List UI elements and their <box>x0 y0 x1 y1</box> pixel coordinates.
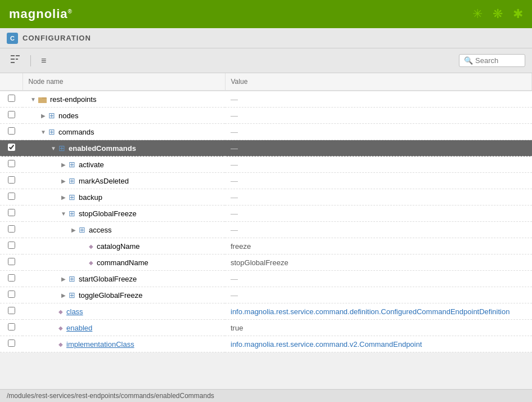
row-checkbox[interactable] <box>8 291 15 298</box>
row-checkbox[interactable] <box>8 176 15 184</box>
value-dash: — <box>231 144 238 153</box>
node-name-cell: ▶⊞activate <box>22 157 225 173</box>
search-icon: 🔍 <box>464 56 473 65</box>
node-name-cell: ▶⊞startGlobalFreeze <box>22 271 225 287</box>
node-name-label: backup <box>79 193 102 202</box>
row-checkbox[interactable] <box>8 95 15 102</box>
node-name-cell: ◆enabled <box>22 320 225 336</box>
svg-rect-4 <box>16 59 18 60</box>
diamond-icon[interactable]: ❋ <box>493 7 503 21</box>
node-value-cell: — <box>225 173 532 189</box>
svg-rect-7 <box>38 99 47 103</box>
row-checkbox-cell <box>0 287 22 303</box>
node-name-label[interactable]: class <box>66 307 83 316</box>
node-table: Node name Value ▼ rest-endpoints—▶⊞nodes… <box>0 73 532 352</box>
status-path: /modules/rest-services/rest-endpoints/co… <box>7 392 214 400</box>
menu-button[interactable]: ≡ <box>38 53 49 68</box>
row-checkbox[interactable] <box>8 160 15 167</box>
row-toggle[interactable]: ▶ <box>60 292 67 298</box>
row-checkbox[interactable] <box>8 323 15 330</box>
node-value-cell: — <box>225 287 532 303</box>
grid-icon: ⊞ <box>48 111 55 120</box>
table-row: ▶⊞backup— <box>0 189 532 206</box>
table-row: ▶⊞access— <box>0 222 532 238</box>
row-toggle[interactable]: ▶ <box>60 276 67 282</box>
value-dash: — <box>231 193 238 202</box>
row-checkbox[interactable] <box>8 111 15 118</box>
row-checkbox[interactable] <box>8 225 15 233</box>
grid-icon: ⊞ <box>69 193 75 202</box>
node-name-label: activate <box>79 160 104 169</box>
value-link[interactable]: info.magnolia.rest.service.command.defin… <box>231 307 510 316</box>
tree-view-button[interactable] <box>7 52 24 69</box>
node-name-label: enabledCommands <box>69 144 136 153</box>
node-name-label: nodes <box>58 111 78 120</box>
row-checkbox[interactable] <box>8 193 15 200</box>
table-row: ▶⊞nodes— <box>0 108 532 124</box>
row-checkbox[interactable] <box>8 127 15 135</box>
svg-rect-0 <box>11 55 15 56</box>
row-toggle[interactable]: ▶ <box>70 227 77 233</box>
row-checkbox-cell <box>0 173 22 189</box>
cross-icon[interactable]: ✳ <box>472 7 483 21</box>
value-dash: — <box>231 291 238 300</box>
row-toggle[interactable]: ▶ <box>60 178 67 184</box>
value-text: stopGlobalFreeze <box>231 258 288 267</box>
asterisk-icon[interactable]: ✱ <box>513 7 523 21</box>
row-checkbox[interactable] <box>8 340 15 347</box>
row-checkbox[interactable] <box>8 209 15 216</box>
node-name-cell: ◆implementationClass <box>22 336 225 352</box>
node-name-label: stopGlobalFreeze <box>79 209 137 218</box>
value-link[interactable]: info.magnolia.rest.service.command.v2.Co… <box>231 340 422 349</box>
node-value-cell: info.magnolia.rest.service.command.defin… <box>225 303 532 320</box>
value-dash: — <box>231 111 238 120</box>
config-icon: C <box>7 33 18 44</box>
row-checkbox[interactable] <box>8 144 15 151</box>
row-checkbox-cell <box>0 254 22 271</box>
row-toggle[interactable]: ▶ <box>60 162 67 168</box>
row-toggle[interactable]: ▶ <box>40 113 47 119</box>
table-row: ▶⊞toggleGlobalFreeze— <box>0 287 532 303</box>
row-toggle[interactable]: ▼ <box>50 145 57 151</box>
svg-rect-2 <box>11 62 15 63</box>
row-checkbox[interactable] <box>8 258 15 265</box>
topbar-icons: ✳ ❋ ✱ <box>472 7 523 21</box>
table-row: ◆enabledtrue <box>0 320 532 336</box>
table-row: ◆classinfo.magnolia.rest.service.command… <box>0 303 532 320</box>
value-dash: — <box>231 95 238 104</box>
row-checkbox[interactable] <box>8 242 15 249</box>
search-input[interactable] <box>475 56 520 65</box>
row-checkbox-cell <box>0 238 22 254</box>
node-name-cell: ▼⊞stopGlobalFreeze <box>22 206 225 222</box>
node-value-cell: — <box>225 189 532 206</box>
node-value-cell: — <box>225 140 532 157</box>
row-toggle[interactable]: ▼ <box>60 211 67 217</box>
node-value-cell: — <box>225 157 532 173</box>
node-value-cell: info.magnolia.rest.service.command.v2.Co… <box>225 336 532 352</box>
table-row: ◆commandNamestopGlobalFreeze <box>0 254 532 271</box>
node-value-cell: — <box>225 271 532 287</box>
row-checkbox-cell <box>0 336 22 352</box>
node-name-label[interactable]: implementationClass <box>66 340 134 349</box>
node-name-label: catalogName <box>97 242 140 251</box>
col-node-name: Node name <box>22 73 225 91</box>
row-checkbox-cell <box>0 222 22 238</box>
row-toggle[interactable]: ▶ <box>60 194 67 200</box>
node-value-cell: — <box>225 91 532 108</box>
value-dash: — <box>231 160 238 169</box>
value-dash: — <box>231 177 238 185</box>
table-container: Node name Value ▼ rest-endpoints—▶⊞nodes… <box>0 73 532 352</box>
row-checkbox[interactable] <box>8 274 15 282</box>
property-icon: ◆ <box>58 325 63 331</box>
node-name-cell: ▼⊞commands <box>22 124 225 140</box>
row-toggle[interactable]: ▼ <box>40 129 47 135</box>
svg-rect-3 <box>16 55 20 56</box>
row-checkbox[interactable] <box>8 307 15 314</box>
row-toggle[interactable]: ▼ <box>30 96 37 102</box>
row-checkbox-cell <box>0 157 22 173</box>
table-row: ◆implementationClassinfo.magnolia.rest.s… <box>0 336 532 352</box>
toolbar-divider <box>30 55 31 66</box>
folder-icon <box>38 95 48 104</box>
value-dash: — <box>231 226 238 234</box>
node-name-label[interactable]: enabled <box>66 324 92 332</box>
